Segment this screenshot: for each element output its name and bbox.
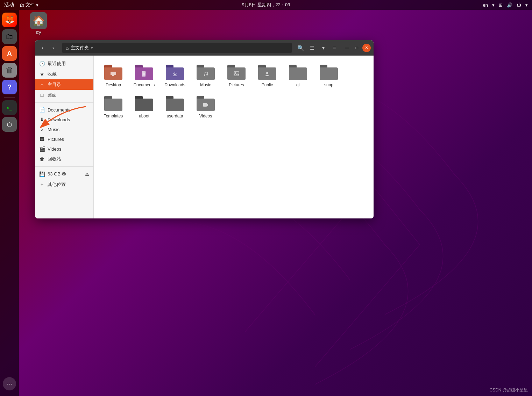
power-chevron-icon: ▾ <box>525 2 528 8</box>
sidebar-documents-label: Documents <box>48 107 71 113</box>
dock-usb[interactable]: ⬡ <box>2 117 17 132</box>
dock-help[interactable]: ? <box>2 80 17 94</box>
sidebar-item-documents[interactable]: 📄 Documents <box>35 105 93 115</box>
file-label-downloads: Downloads <box>164 82 185 87</box>
dock-terminal[interactable]: >_ <box>2 100 17 115</box>
file-item-music[interactable]: Music <box>192 61 220 89</box>
back-button[interactable]: ‹ <box>38 43 48 53</box>
sidebar-other-label: 其他位置 <box>48 181 66 188</box>
sidebar-desktop-label: 桌面 <box>48 92 57 98</box>
folder-icon-uboot <box>134 94 154 113</box>
dock-appstore[interactable]: A <box>2 46 17 61</box>
sidebar-item-home[interactable]: ⌂ 主目录 <box>35 79 93 90</box>
file-label-videos: Videos <box>199 114 212 118</box>
file-label-qt: qt <box>296 82 300 87</box>
file-item-desktop[interactable]: Desktop <box>99 61 127 89</box>
forward-button[interactable]: › <box>48 43 58 53</box>
dock-recycle[interactable]: 🗑 <box>2 63 17 78</box>
usb-icon: ⬡ <box>7 121 12 128</box>
dock-files[interactable]: 🗂 <box>2 29 17 44</box>
svg-point-11 <box>266 72 268 74</box>
appstore-icon: A <box>7 50 12 58</box>
sidebar-recent-label: 最近使用 <box>48 60 66 67</box>
file-item-userdata[interactable]: userdata <box>161 92 189 121</box>
lang-chevron-icon: ▾ <box>492 2 495 8</box>
activities-button[interactable]: 活动 <box>4 2 14 8</box>
other-locations-icon: + <box>39 182 45 187</box>
lang-indicator[interactable]: en <box>483 2 488 8</box>
files-menu[interactable]: 🗂 文件 ▾ <box>20 2 38 8</box>
videos-icon: 🎬 <box>39 146 45 152</box>
files-menu-chevron: ▾ <box>36 2 38 8</box>
network-icon[interactable]: ⊞ <box>499 2 503 8</box>
eject-button[interactable]: ⏏ <box>85 172 89 177</box>
view-toggle-button[interactable]: ▾ <box>318 43 328 53</box>
sidebar-item-pictures[interactable]: 🖼 Pictures <box>35 134 93 144</box>
file-item-uboot[interactable]: uboot <box>130 92 158 121</box>
downloads-icon: ⬇ <box>39 117 45 122</box>
recycle-icon: 🗑 <box>6 66 13 75</box>
folder-icon-qt <box>288 63 308 81</box>
close-button[interactable]: ✕ <box>362 44 371 52</box>
file-item-qt[interactable]: qt <box>284 61 312 89</box>
sidebar-item-starred[interactable]: ★ 收藏 <box>35 69 93 79</box>
home-icon: ⌂ <box>39 82 45 87</box>
sidebar-item-trash[interactable]: 🗑 回收站 <box>35 154 93 164</box>
sidebar-item-recent[interactable]: 🕐 最近使用 <box>35 58 93 69</box>
file-item-templates[interactable]: Templates <box>99 92 127 121</box>
svg-point-7 <box>204 74 205 76</box>
file-label-public: Public <box>262 82 273 87</box>
files-icon: 🗂 <box>6 32 13 41</box>
file-item-videos[interactable]: Videos <box>192 92 220 121</box>
sidebar-item-volume[interactable]: 💾 63 GB 卷 ⏏ <box>35 169 93 179</box>
apps-grid-button[interactable]: ⋯ <box>3 377 16 390</box>
file-item-public[interactable]: Public <box>253 61 281 89</box>
pictures-icon: 🖼 <box>39 136 45 142</box>
file-label-pictures: Pictures <box>229 82 244 87</box>
folder-icon-music <box>196 63 215 81</box>
volume-drive-icon: 💾 <box>39 171 45 177</box>
file-grid: Desktop Documents Downloads <box>94 56 374 218</box>
sidebar-home-label: 主目录 <box>48 81 61 88</box>
folder-icon-desktop <box>104 63 123 81</box>
minimize-button[interactable]: — <box>343 44 351 52</box>
file-label-music: Music <box>200 82 211 87</box>
apps-grid-icon: ⋯ <box>6 380 13 388</box>
breadcrumb[interactable]: ⌂ 主文件夹 ▾ <box>62 43 292 53</box>
sidebar-starred-label: 收藏 <box>48 71 57 77</box>
sidebar-trash-label: 回收站 <box>48 156 61 162</box>
power-icon[interactable]: ⏻ <box>517 2 521 8</box>
menu-button[interactable]: ≡ <box>329 43 339 53</box>
file-item-pictures[interactable]: Pictures <box>222 61 250 89</box>
maximize-button[interactable]: □ <box>353 44 361 52</box>
dock: 🦊 🗂 A 🗑 ? >_ ⬡ ⋯ <box>0 10 19 396</box>
topbar: 活动 🗂 文件 ▾ 9月8日 星期四，22：09 en ▾ ⊞ 🔊 ⏻ ▾ <box>0 0 532 10</box>
sidebar-item-videos[interactable]: 🎬 Videos <box>35 144 93 154</box>
file-item-documents[interactable]: Documents <box>130 61 158 89</box>
files-menu-label: 文件 <box>26 2 35 8</box>
volume-icon[interactable]: 🔊 <box>507 2 512 8</box>
sidebar-item-desktop[interactable]: □ 桌面 <box>35 90 93 100</box>
sidebar-music-label: Music <box>48 127 59 132</box>
sidebar-item-other[interactable]: + 其他位置 <box>35 179 93 190</box>
svg-rect-1 <box>111 72 116 75</box>
svg-point-8 <box>206 74 208 75</box>
watermark: CSDN @超级小星星 <box>489 387 528 393</box>
sidebar-videos-label: Videos <box>48 146 62 152</box>
svg-rect-12 <box>203 103 207 107</box>
desktop-icon-lzy[interactable]: 🏠 lzy <box>26 12 51 35</box>
file-item-downloads[interactable]: Downloads <box>161 61 189 89</box>
file-label-userdata: userdata <box>167 114 183 118</box>
file-item-snap[interactable]: snap <box>315 61 343 89</box>
list-view-button[interactable]: ☰ <box>307 43 317 53</box>
sidebar-item-downloads[interactable]: ⬇ Downloads <box>35 115 93 124</box>
music-icon: ♪ <box>39 127 45 132</box>
dock-firefox[interactable]: 🦊 <box>2 13 17 27</box>
breadcrumb-dropdown-icon[interactable]: ▾ <box>91 46 93 50</box>
sidebar-item-music[interactable]: ♪ Music <box>35 124 93 134</box>
svg-rect-2 <box>112 75 114 76</box>
folder-icon-userdata <box>165 94 185 113</box>
sidebar-divider-1 <box>35 102 93 103</box>
file-manager-body: 🕐 最近使用 ★ 收藏 ⌂ 主目录 □ 桌面 📄 Documents ⬇ <box>35 56 374 218</box>
search-button[interactable]: 🔍 <box>296 43 306 53</box>
